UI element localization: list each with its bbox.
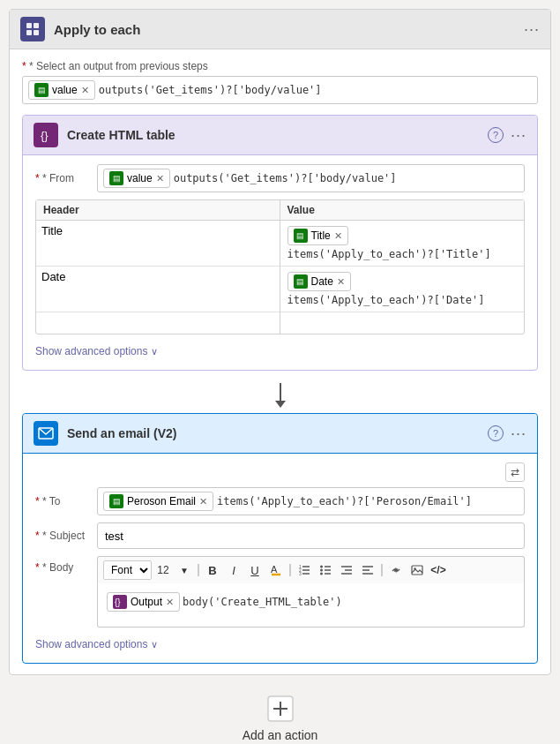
indent-button[interactable]: [337, 560, 356, 580]
to-token-icon: ▤: [109, 494, 123, 508]
add-action-button[interactable]: Add an action: [243, 693, 318, 742]
body-label: * * Body: [35, 561, 97, 574]
apply-to-each-card: Apply to each ··· * * Select an output f…: [9, 9, 551, 675]
subject-label: * * Subject: [35, 530, 97, 542]
empty-value-cell: [280, 312, 525, 334]
apply-to-each-icon: [20, 17, 45, 41]
svg-text:{}: {}: [115, 597, 121, 607]
title-token-close[interactable]: ✕: [334, 230, 342, 242]
create-html-table-menu[interactable]: ···: [511, 126, 526, 145]
bold-button[interactable]: B: [203, 560, 222, 580]
body-editor-wrapper: Font 12 ▼ B I U A: [97, 556, 525, 628]
to-token-close[interactable]: ✕: [199, 496, 207, 507]
subject-input[interactable]: [97, 522, 525, 549]
chevron-down-icon: ∨: [151, 346, 158, 357]
create-html-table-header: {} Create HTML table ? ···: [23, 116, 537, 155]
font-color-button[interactable]: A: [266, 560, 286, 580]
create-html-table-icon: {}: [34, 123, 58, 147]
send-email-icon: [34, 421, 58, 446]
apply-to-each-header: Apply to each ···: [10, 10, 550, 49]
apply-to-each-menu[interactable]: ···: [524, 20, 540, 39]
unordered-list-button[interactable]: [316, 560, 335, 580]
send-email-title: Send an email (V2): [67, 426, 488, 440]
arrow-connector: [22, 378, 538, 413]
svg-point-14: [320, 566, 323, 568]
image-link-button[interactable]: [407, 560, 427, 580]
arrow-head: [275, 401, 286, 408]
title-value-token: ▤ Title ✕: [287, 226, 348, 245]
send-email-card: Send an email (V2) ? ··· ⇄ * * To: [22, 413, 538, 664]
outdent-button[interactable]: [358, 560, 377, 580]
empty-header-cell: [36, 312, 280, 334]
swap-icon-row: ⇄: [35, 462, 525, 482]
select-output-row[interactable]: ▤ value ✕ outputs('Get_items')?['body/va…: [22, 76, 538, 104]
svg-text:A: A: [271, 564, 278, 575]
from-row: * * From ▤ value ✕ outputs('Get_items')?…: [35, 164, 525, 192]
output-token-icon: {}: [113, 595, 127, 609]
svg-rect-0: [26, 23, 32, 28]
output-token-close[interactable]: ✕: [166, 597, 174, 608]
value-cell-date[interactable]: ▤ Date ✕ items('Apply_to_each')?['Date']: [280, 267, 525, 312]
arrow-line: [280, 383, 281, 401]
svg-rect-3: [34, 30, 39, 35]
font-select[interactable]: Font: [103, 560, 152, 580]
toolbar-separator-3: [381, 564, 383, 576]
svg-rect-1: [34, 23, 39, 28]
value-cell-title[interactable]: ▤ Title ✕ items('Apply_to_each')?['Title…: [280, 221, 525, 267]
svg-point-15: [320, 569, 323, 572]
font-size-display: 12: [153, 560, 173, 580]
create-html-table-help[interactable]: ?: [488, 127, 504, 143]
subject-input-wrapper: [97, 522, 525, 549]
output-token: {} Output ✕: [107, 592, 180, 612]
font-size-arrow[interactable]: ▼: [175, 560, 194, 580]
header-value-table: Header Value Title ▤ Title ✕: [35, 199, 525, 334]
code-button[interactable]: </>: [429, 560, 448, 580]
from-token-close[interactable]: ✕: [156, 173, 164, 184]
svg-point-16: [320, 573, 323, 575]
body-row: * * Body Font 12 ▼ B I: [35, 556, 525, 628]
apply-to-each-title: Apply to each: [54, 22, 524, 37]
date-token-icon: ▤: [294, 274, 308, 289]
italic-button[interactable]: I: [224, 560, 243, 580]
value-token-close[interactable]: ✕: [81, 85, 89, 96]
from-label: * * From: [35, 172, 97, 184]
show-advanced-options-html-table[interactable]: Show advanced options ∨: [35, 342, 525, 361]
swap-button[interactable]: ⇄: [505, 462, 525, 482]
add-action-label: Add an action: [243, 728, 318, 742]
value-token: ▤ value ✕: [28, 80, 95, 100]
body-toolbar: Font 12 ▼ B I U A: [97, 556, 525, 583]
svg-text:3: 3: [299, 571, 302, 576]
show-advanced-options-email[interactable]: Show advanced options ∨: [35, 635, 525, 654]
underline-button[interactable]: U: [245, 560, 265, 580]
send-email-help[interactable]: ?: [488, 425, 504, 441]
select-output-label: * * Select an output from previous steps: [22, 60, 538, 72]
send-email-body: ⇄ * * To ▤ Peroson Email ✕: [23, 454, 537, 663]
create-html-table-body: * * From ▤ value ✕ outputs('Get_items')?…: [23, 155, 537, 370]
to-input[interactable]: ▤ Peroson Email ✕ items('Apply_to_each')…: [97, 487, 525, 515]
subject-row: * * Subject: [35, 522, 525, 549]
ordered-list-button[interactable]: 123: [295, 560, 314, 580]
header-cell-date: Date: [36, 267, 280, 312]
toolbar-separator-1: [198, 564, 199, 576]
token-icon-green: ▤: [34, 83, 49, 97]
header-col-header: Header: [36, 200, 280, 221]
from-input[interactable]: ▤ value ✕ outputs('Get_items')?['body/va…: [97, 164, 525, 192]
add-action-section: Add an action: [243, 675, 318, 744]
add-action-icon: [265, 693, 296, 725]
link-button[interactable]: [386, 560, 406, 580]
from-token-icon: ▤: [109, 171, 123, 185]
to-label: * * To: [35, 495, 97, 507]
header-cell-title: Title: [36, 221, 280, 267]
svg-rect-26: [412, 566, 422, 575]
from-value-token: ▤ value ✕: [103, 169, 170, 188]
body-editor[interactable]: {} Output ✕ body('Create_HTML_table'): [97, 583, 525, 628]
to-email-token: ▤ Peroson Email ✕: [103, 492, 213, 511]
apply-to-each-body: * * Select an output from previous steps…: [10, 49, 550, 674]
send-email-menu[interactable]: ···: [511, 425, 526, 443]
value-col-header: Value: [280, 200, 525, 221]
date-value-token: ▤ Date ✕: [287, 272, 351, 291]
svg-rect-2: [26, 30, 32, 35]
create-html-table-title: Create HTML table: [67, 128, 488, 142]
date-token-close[interactable]: ✕: [337, 276, 345, 288]
svg-text:{}: {}: [41, 129, 49, 142]
